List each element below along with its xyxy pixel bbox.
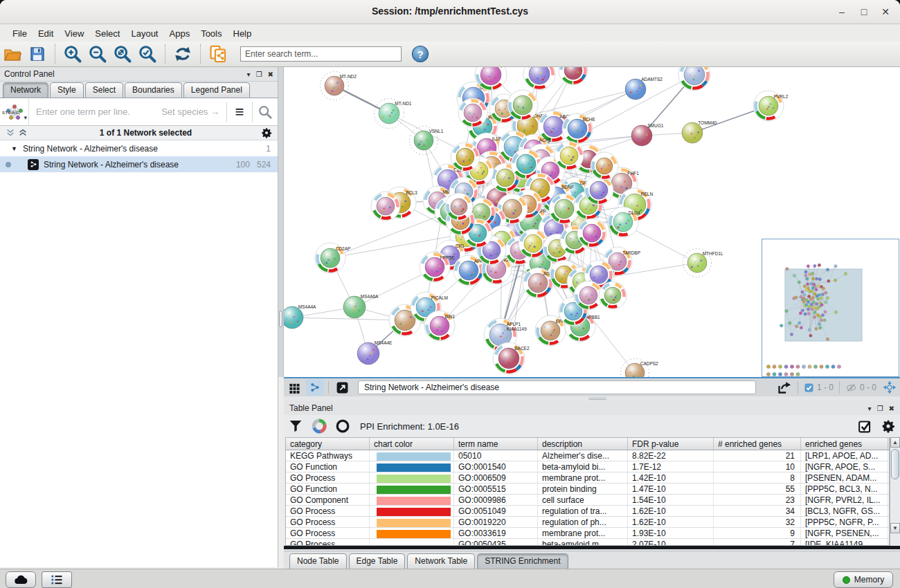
navigator-button[interactable] (881, 379, 899, 396)
column-header-chart-color[interactable]: chart color (370, 438, 454, 450)
cloud-button[interactable] (6, 571, 36, 588)
tab-legend-panel[interactable]: Legend Panel (183, 82, 250, 98)
panel-menu-icon[interactable]: ▾ (868, 405, 872, 412)
network-node[interactable] (507, 90, 538, 120)
network-node[interactable] (445, 193, 473, 221)
tab-string-enrichment[interactable]: STRING Enrichment (477, 553, 568, 569)
menu-file[interactable]: File (7, 27, 33, 40)
table-row[interactable]: KEGG Pathways05010Alzheimer's dise...8.8… (286, 450, 889, 461)
network-node-ms4a6a[interactable]: MS4A6A (343, 294, 379, 318)
reset-charts-button[interactable] (331, 417, 354, 435)
network-node-mt-nd2[interactable]: MT-ND2 (321, 72, 357, 100)
tab-node-table[interactable]: Node Table (289, 553, 347, 569)
network-node[interactable] (451, 143, 480, 172)
table-row[interactable]: GO ProcessGO:0051049regulation of tra...… (286, 506, 889, 517)
copy-share-button[interactable] (208, 44, 228, 64)
table-row[interactable]: GO ComponentGO:0009986cell surface1.54E-… (286, 495, 889, 506)
column-header--enriched-genes[interactable]: # enriched genes (714, 438, 801, 450)
network-node[interactable] (555, 141, 584, 170)
panel-float-icon[interactable]: ❐ (256, 71, 262, 78)
tab-boundaries[interactable]: Boundaries (125, 82, 182, 98)
close-button[interactable]: ✕ (877, 5, 894, 19)
save-session-button[interactable] (27, 44, 48, 64)
zoom-out-button[interactable] (87, 44, 108, 64)
network-node-ppp5c[interactable]: PPP5C (420, 252, 455, 282)
network-node-mt-nd1[interactable]: MT-ND1 (375, 99, 412, 129)
collapse-all-icon[interactable] (6, 128, 15, 138)
network-collection-row[interactable]: ▼ String Network - Alzheimer's disease 1 (0, 140, 278, 156)
tab-network[interactable]: Network (3, 82, 48, 98)
horizontal-splitter[interactable] (284, 396, 900, 401)
export-network-button[interactable] (775, 379, 793, 396)
network-options-gear-icon[interactable] (261, 127, 272, 138)
birdseye-viewport[interactable] (785, 269, 862, 341)
tab-select[interactable]: Select (85, 82, 123, 98)
column-header-enriched-genes[interactable]: enriched genes (801, 438, 888, 450)
string-options-button[interactable]: ≡ (227, 105, 252, 119)
menu-select[interactable]: Select (89, 27, 125, 40)
zoom-in-button[interactable] (62, 44, 83, 64)
network-node[interactable] (559, 67, 588, 85)
grid-view-button[interactable] (285, 379, 303, 396)
table-scrollbar[interactable]: ▲ ▼ (890, 437, 900, 546)
menu-apps[interactable]: Apps (164, 27, 196, 40)
open-session-button[interactable] (2, 44, 23, 64)
network-node-bace2[interactable]: BACE2 (493, 342, 530, 374)
memory-button[interactable]: Memory (834, 571, 893, 588)
network-node-cadps2[interactable]: CADPS2 (621, 359, 659, 378)
network-node-ms4a4a[interactable]: MS4A4A (284, 304, 316, 329)
splitter-handle[interactable] (588, 398, 606, 400)
panel-close-icon[interactable]: ✖ (889, 405, 894, 412)
table-row[interactable]: GO ProcessGO:0006509membrane prot...1.42… (286, 472, 889, 484)
share-view-button[interactable] (306, 379, 324, 396)
scroll-down-button[interactable]: ▼ (890, 523, 900, 533)
draw-charts-button[interactable] (307, 417, 331, 435)
splitter-handle[interactable] (279, 311, 282, 327)
expand-all-icon[interactable] (18, 128, 28, 138)
menu-edit[interactable]: Edit (33, 27, 59, 40)
scroll-thumb[interactable] (891, 449, 899, 479)
help-icon[interactable] (410, 44, 431, 64)
menu-help[interactable]: Help (228, 27, 258, 40)
zoom-fit-button[interactable] (112, 44, 133, 64)
network-node[interactable] (591, 152, 618, 180)
collapse-triangle-icon[interactable]: ▼ (11, 145, 17, 152)
menu-tools[interactable]: Tools (195, 27, 227, 40)
maximize-button[interactable]: □ (856, 5, 872, 19)
menu-view[interactable]: View (59, 27, 89, 40)
table-row[interactable]: GO ProcessGO:0033619membrane prot...1.93… (286, 528, 889, 539)
birdseye-toggle-button[interactable] (333, 379, 351, 396)
network-node-bin1[interactable]: BIN1 (424, 311, 456, 341)
table-row[interactable]: GO FunctionGO:0005515protein binding1.47… (286, 484, 889, 495)
settings-gear-icon[interactable] (876, 417, 900, 435)
network-node[interactable] (523, 67, 555, 90)
panel-close-icon[interactable]: ✖ (268, 71, 273, 78)
network-node-vsnl1[interactable]: VSNL1 (410, 127, 444, 155)
table-row[interactable]: GO ProcessGO:0019220regulation of ph...1… (286, 517, 889, 528)
network-node-dlg4[interactable]: DLG4 (608, 207, 640, 237)
tab-network-table[interactable]: Network Table (407, 553, 475, 569)
string-query-input[interactable]: Enter one term per line. (29, 107, 161, 117)
network-node[interactable] (519, 229, 548, 258)
column-header-FDR-p-value[interactable]: FDR p-value (628, 438, 714, 450)
network-node-bche[interactable]: BCHE (562, 113, 595, 144)
column-header-term-name[interactable]: term name (454, 438, 538, 450)
network-row-selected[interactable]: String Network - Alzheimer's disease 100… (0, 156, 278, 172)
network-node[interactable] (577, 219, 606, 248)
network-node-ms4a4e[interactable]: MS4A4E (357, 340, 393, 365)
network-node[interactable] (599, 282, 627, 309)
task-history-button[interactable] (42, 571, 72, 588)
species-selector-hint[interactable]: Set species → (161, 107, 226, 117)
column-header-category[interactable]: category (286, 438, 370, 450)
network-node-cd2ap[interactable]: CD2AP (315, 243, 350, 273)
network-node-tomm40[interactable]: TOMM40 (682, 120, 717, 143)
tab-style[interactable]: Style (50, 82, 84, 98)
table-row[interactable]: GO ProcessGO:0050435beta-amyloid m...2.0… (286, 539, 889, 546)
filter-button[interactable] (284, 417, 307, 435)
panel-float-icon[interactable]: ❐ (877, 405, 883, 412)
menu-layout[interactable]: Layout (125, 27, 163, 40)
network-node-adamts2[interactable]: ADAMTS2 (625, 77, 663, 100)
table-row[interactable]: GO FunctionGO:0001540beta-amyloid bi...1… (286, 461, 889, 472)
panel-menu-icon[interactable]: ▾ (247, 71, 251, 78)
column-header-description[interactable]: description (538, 438, 628, 450)
